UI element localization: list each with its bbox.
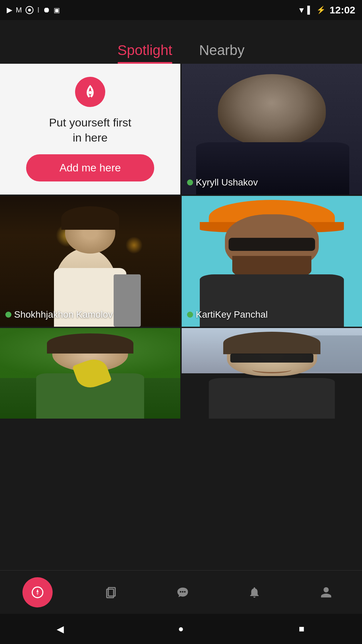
- bell-icon: [248, 586, 261, 599]
- recents-icon: ■: [299, 624, 305, 634]
- chat-icon: [176, 586, 189, 599]
- nav-chat[interactable]: [169, 579, 196, 606]
- tab-nearby-label: Nearby: [199, 42, 244, 58]
- profile-name-shokhj: Shokhhjakhon Kamolov: [5, 309, 113, 320]
- nav-cards[interactable]: [98, 579, 124, 606]
- profile-card-karti[interactable]: KartiKey Panchal: [182, 196, 362, 327]
- bottom-navigation: [0, 570, 362, 614]
- status-icons-right: ▾ ▌ ⚡ 12:02: [299, 4, 355, 16]
- profile-card-bottom-right[interactable]: [182, 328, 362, 419]
- home-button[interactable]: ●: [173, 621, 189, 637]
- svg-point-2: [89, 91, 92, 94]
- online-indicator-karti: [187, 312, 193, 318]
- tab-nearby[interactable]: Nearby: [199, 42, 244, 64]
- nfc-icon: ▣: [54, 6, 60, 14]
- nav-profile[interactable]: [313, 579, 340, 606]
- tab-bar: Spotlight Nearby: [0, 20, 362, 64]
- svg-marker-5: [37, 592, 39, 596]
- svg-point-1: [28, 9, 31, 12]
- profile-card-kyryll[interactable]: Kyryll Ushakov: [182, 64, 362, 195]
- tab-spotlight[interactable]: Spotlight: [118, 42, 172, 64]
- promo-title: Put yourseft firstin here: [49, 115, 131, 145]
- rocket-svg: [82, 84, 99, 100]
- svg-point-8: [180, 591, 181, 593]
- profile-name-karti: KartiKey Panchal: [187, 309, 268, 320]
- system-nav-bar: ◀ ● ■: [0, 614, 362, 644]
- add-me-button[interactable]: Add me here: [26, 154, 154, 181]
- record-icon: ⏺: [43, 6, 50, 14]
- status-icons-left: ▶ M ⁞ ⏺ ▣: [7, 6, 60, 14]
- cards-icon: [105, 586, 117, 599]
- profile-card-bottom-left[interactable]: [0, 328, 180, 419]
- promo-rocket-icon: [75, 77, 105, 107]
- compass-icon: [31, 586, 44, 599]
- chrome-icon: [25, 6, 34, 14]
- online-indicator-shokhj: [5, 312, 11, 318]
- recents-button[interactable]: ■: [293, 621, 310, 637]
- online-indicator-kyryll: [187, 179, 193, 185]
- nav-discover[interactable]: [22, 577, 53, 607]
- battery-icon: ⚡: [316, 6, 325, 14]
- wifi-icon: ▾: [299, 5, 303, 15]
- status-bar: ▶ M ⁞ ⏺ ▣ ▾ ▌ ⚡ 12:02: [0, 0, 362, 20]
- nav-notifications[interactable]: [241, 579, 268, 606]
- status-time: 12:02: [329, 4, 355, 16]
- gmail-icon: M: [16, 6, 22, 14]
- back-button[interactable]: ◀: [52, 621, 69, 637]
- tab-spotlight-label: Spotlight: [118, 42, 172, 58]
- back-icon: ◀: [57, 624, 64, 635]
- person-icon: [320, 586, 333, 599]
- signal-icon: ▌: [307, 6, 313, 14]
- dots-icon: ⁞: [37, 6, 40, 14]
- promo-card[interactable]: Put yourseft firstin here Add me here: [0, 64, 180, 195]
- profile-grid: Put yourseft firstin here Add me here Ky…: [0, 64, 362, 570]
- svg-marker-4: [37, 589, 39, 592]
- svg-point-10: [184, 591, 186, 593]
- play-status-icon: ▶: [7, 6, 12, 14]
- profile-name-kyryll: Kyryll Ushakov: [187, 177, 258, 188]
- svg-point-9: [182, 591, 184, 593]
- home-icon: ●: [178, 624, 184, 634]
- profile-card-shokhj[interactable]: Shokhhjakhon Kamolov: [0, 196, 180, 327]
